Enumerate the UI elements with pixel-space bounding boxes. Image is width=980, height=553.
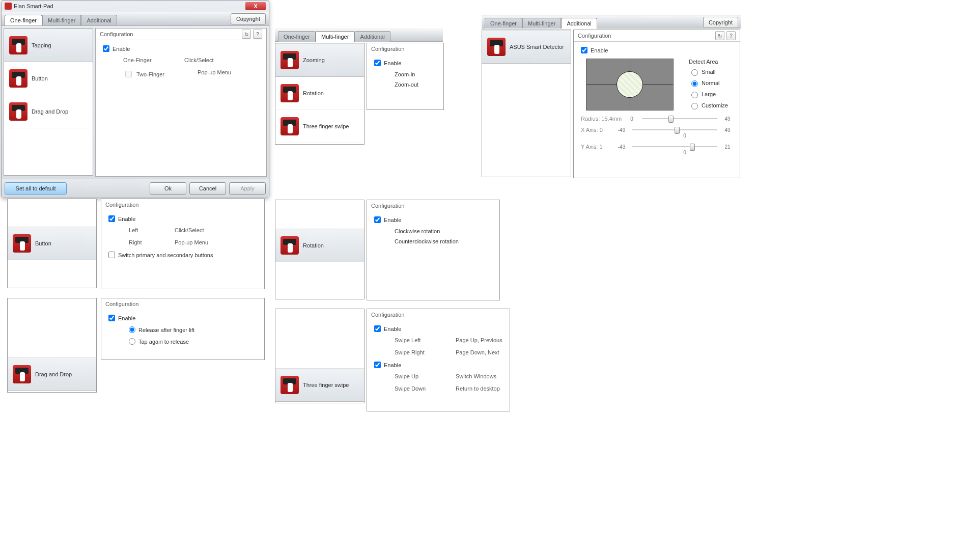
sidebar-item-rotation[interactable]: Rotation [275,77,364,110]
rotate-icon [281,236,299,255]
tab-multi-finger[interactable]: Multi-finger [522,18,561,29]
cancel-button[interactable]: Cancel [189,182,226,195]
sidebar-dragdrop: Drag and Drop [7,298,97,393]
config-panel: Configuration ↻ ? Enable One-Finger Clic… [95,28,267,177]
sidebar-item-label: Three finger swipe [303,123,349,129]
ok-button[interactable]: Ok [150,182,186,195]
config-panel-swipe: Configuration Enable Swipe LeftPage Up, … [367,309,510,411]
titlebar: Elan Smart-Pad X [2,1,269,12]
copyright-button[interactable]: Copyright [703,17,738,28]
sidebar-item-zooming[interactable]: Zooming [275,43,364,77]
radio-tap-again[interactable]: Tap again to release [129,338,257,345]
config-panel-rotation: Configuration Enable Clockwise rotation … [367,200,500,300]
config-title: Configuration [371,203,404,209]
tab-row: One-finger Multi-finger Additional Copyr… [2,12,269,26]
sidebar-item-label: Rotation [303,242,324,248]
sidebar-item-rotation[interactable]: Rotation [275,229,364,262]
apply-button[interactable]: Apply [229,182,266,195]
radio-normal[interactable]: Normal [689,79,728,87]
sidebar-item-dragdrop[interactable]: Drag and Drop [4,95,93,128]
sidebar-multi: Zooming Rotation Three finger swipe [275,43,365,145]
sidebar-item-tapping[interactable]: Tapping [4,29,93,62]
button-icon [13,234,31,253]
enable-checkbox[interactable]: Enable [103,45,259,52]
help-icon[interactable]: ? [726,31,736,40]
sidebar-item-label: Drag and Drop [32,108,68,115]
config-panel-zoom: Configuration Enable Zoom-in Zoom-out [367,43,444,110]
tab-one-finger[interactable]: One-finger [485,18,522,29]
detect-area-diagram [586,59,674,110]
radio-release-after-lift[interactable]: Release after finger lift [129,326,257,333]
button-row: Set all to default Ok Cancel Apply [2,179,269,198]
refresh-icon[interactable]: ↻ [242,30,251,39]
sidebar-item-label: Rotation [303,90,324,96]
sidebar-threeswipe: Three finger swipe [275,309,365,403]
left-label: Left [129,227,154,233]
zoom-in-item: Zoom-in [395,71,436,77]
cw-rotation: Clockwise rotation [395,228,492,234]
tab-multi-finger[interactable]: Multi-finger [316,31,354,42]
sidebar-additional: ASUS Smart Detector [482,30,571,177]
right-val: Pop-up Menu [175,239,215,245]
swap-buttons-checkbox[interactable]: Switch primary and secondary buttons [108,252,257,258]
sidebar-item-label: Three finger swipe [303,382,349,388]
tab-additional[interactable]: Additional [354,31,390,42]
swipe-icon [281,376,299,394]
radius-slider[interactable] [642,118,717,119]
ccw-rotation: Counterclockwise rotation [395,238,492,244]
button-icon [9,69,27,88]
config-title: Configuration [371,312,404,318]
sidebar-item-asus-detector[interactable]: ASUS Smart Detector [482,30,571,64]
sidebar: Tapping Button Drag and Drop [4,28,93,176]
enable-checkbox[interactable]: Enable [581,47,733,53]
yaxis-slider[interactable] [632,146,717,147]
rotate-icon [281,84,299,102]
enable-checkbox-v[interactable]: Enable [374,362,502,368]
config-title: Configuration [100,31,133,37]
enable-checkbox[interactable]: Enable [108,215,257,222]
sidebar-item-label: Zooming [303,57,325,63]
two-finger-checkbox [125,71,132,77]
sidebar-button: Button [7,199,97,288]
config-panel-detector: Configuration ↻ ? Enable Detect Area Sma… [573,30,740,178]
detector-icon [487,38,506,56]
sidebar-item-dragdrop[interactable]: Drag and Drop [8,357,96,391]
tab-additional[interactable]: Additional [81,15,117,25]
tab-multi-finger[interactable]: Multi-finger [42,15,81,25]
refresh-icon[interactable]: ↻ [715,31,724,40]
sidebar-item-threeswipe[interactable]: Three finger swipe [275,110,364,143]
window-title: Elan Smart-Pad [14,3,53,9]
copyright-button[interactable]: Copyright [231,13,266,24]
config-panel-drag: Configuration Enable Release after finge… [101,298,265,360]
help-icon[interactable]: ? [253,30,262,39]
config-title: Configuration [105,301,138,307]
opt-one-finger: One-Finger [123,57,164,63]
tab-one-finger[interactable]: One-finger [278,31,316,42]
enable-checkbox[interactable]: Enable [374,60,436,66]
tab-row-2: One-finger Multi-finger Additional [275,29,443,42]
sidebar-item-label: ASUS Smart Detector [510,44,564,50]
enable-checkbox-h[interactable]: Enable [374,325,502,332]
config-title: Configuration [578,33,611,39]
radio-small[interactable]: Small [689,68,728,76]
radio-large[interactable]: Large [689,90,728,98]
tab-additional[interactable]: Additional [561,18,597,29]
sidebar-item-label: Button [32,75,48,81]
enable-checkbox[interactable]: Enable [108,315,257,321]
sidebar-item-label: Button [35,240,51,246]
config-panel-button: Configuration Enable Left Click/Select R… [101,199,265,289]
close-button[interactable]: X [245,2,266,10]
sidebar-rotation: Rotation [275,200,365,299]
sidebar-item-button[interactable]: Button [8,227,96,260]
zoom-icon [281,51,299,69]
sidebar-item-threeswipe[interactable]: Three finger swipe [275,368,364,402]
sidebar-item-label: Drag and Drop [35,371,72,377]
xaxis-slider[interactable] [632,129,717,130]
swipe-icon [281,117,299,135]
enable-checkbox[interactable]: Enable [374,216,492,223]
tab-one-finger[interactable]: One-finger [5,15,42,25]
set-default-button[interactable]: Set all to default [5,182,67,195]
radio-customize[interactable]: Customize [689,101,728,109]
right-label: Right [129,239,154,245]
sidebar-item-button[interactable]: Button [4,62,93,95]
